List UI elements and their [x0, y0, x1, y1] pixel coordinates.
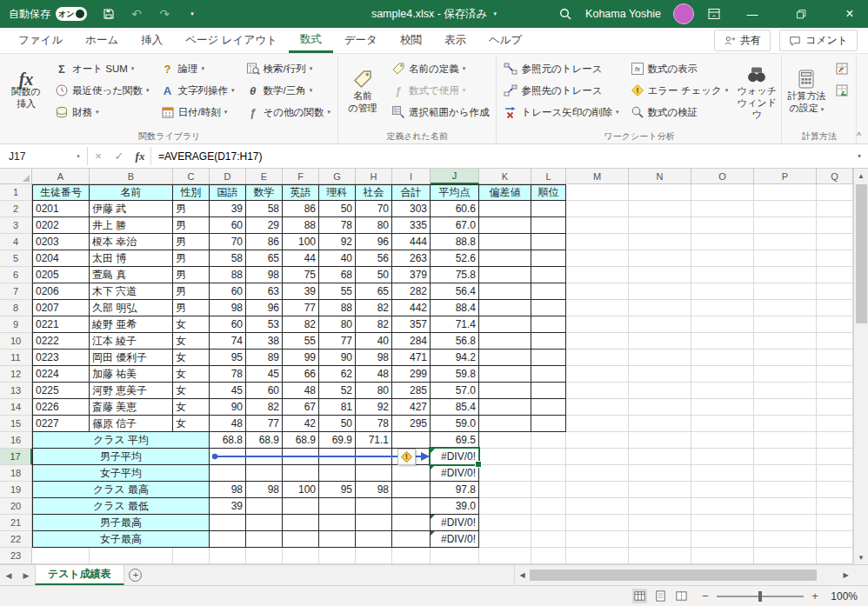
new-sheet-button[interactable]: + — [124, 565, 147, 585]
cell-J12[interactable]: 59.8 — [431, 366, 479, 383]
tab-review[interactable]: 校閲 — [389, 28, 433, 53]
cell-H18[interactable] — [356, 465, 392, 482]
cell-Q8[interactable] — [817, 300, 853, 316]
cell-D17[interactable] — [210, 449, 246, 465]
column-header-K[interactable]: K — [479, 169, 531, 184]
cell-H7[interactable]: 65 — [356, 283, 392, 300]
cell-G22[interactable] — [319, 531, 356, 548]
tab-home[interactable]: ホーム — [74, 28, 130, 53]
cell-B3[interactable]: 井上 勝 — [90, 217, 173, 234]
cell-F6[interactable]: 75 — [283, 267, 319, 283]
cell-L18[interactable] — [531, 465, 566, 482]
cell-E23[interactable] — [246, 548, 283, 564]
scroll-up-arrow[interactable]: ▲ — [854, 169, 868, 183]
cell-O7[interactable] — [691, 283, 754, 300]
cell-I4[interactable]: 444 — [392, 234, 431, 250]
cell-C3[interactable]: 男 — [173, 217, 210, 234]
column-header-J[interactable]: J — [431, 169, 479, 184]
cell-N14[interactable] — [629, 399, 691, 416]
page-break-view-button[interactable] — [674, 589, 689, 603]
cell-Q7[interactable] — [817, 283, 853, 300]
cell-P8[interactable] — [754, 300, 817, 316]
cell-Q23[interactable] — [817, 548, 853, 564]
tab-formulas[interactable]: 数式 — [289, 28, 333, 53]
row-header-12[interactable]: 12 — [0, 366, 32, 383]
cell-E11[interactable]: 89 — [246, 350, 283, 366]
cell-A17-merged[interactable]: 男子平均 — [32, 449, 210, 465]
cell-O21[interactable] — [691, 515, 754, 531]
cell-A7[interactable]: 0206 — [32, 283, 90, 300]
cell-A21-merged[interactable]: 男子最高 — [32, 515, 210, 531]
cell-H9[interactable]: 82 — [356, 316, 392, 333]
cell-P15[interactable] — [754, 416, 817, 432]
cell-L23[interactable] — [531, 548, 566, 564]
cell-A11[interactable]: 0223 — [32, 350, 90, 366]
cell-G5[interactable]: 40 — [319, 250, 356, 267]
column-header-Q[interactable]: Q — [817, 169, 853, 184]
cell-Q3[interactable] — [817, 217, 853, 234]
cell-O14[interactable] — [691, 399, 754, 416]
tab-data[interactable]: データ — [333, 28, 389, 53]
cell-C10[interactable]: 女 — [173, 333, 210, 350]
cell-D23[interactable] — [210, 548, 246, 564]
cell-G8[interactable]: 88 — [319, 300, 356, 316]
cell-G19[interactable]: 95 — [319, 482, 356, 498]
cell-K6[interactable] — [479, 267, 531, 283]
cell-L22[interactable] — [531, 531, 566, 548]
cell-H11[interactable]: 98 — [356, 350, 392, 366]
cell-I18[interactable] — [392, 465, 431, 482]
cell-N6[interactable] — [629, 267, 691, 283]
cell-B15[interactable]: 篠原 信子 — [90, 416, 173, 432]
cell-K22[interactable] — [479, 531, 531, 548]
cell-A10[interactable]: 0222 — [32, 333, 90, 350]
cell-H22[interactable] — [356, 531, 392, 548]
column-header-N[interactable]: N — [629, 169, 691, 184]
column-header-G[interactable]: G — [319, 169, 356, 184]
cell-M12[interactable] — [566, 366, 629, 383]
cell-N17[interactable] — [629, 449, 691, 465]
cell-K5[interactable] — [479, 250, 531, 267]
cell-P20[interactable] — [754, 498, 817, 515]
cell-N19[interactable] — [629, 482, 691, 498]
cell-L10[interactable] — [531, 333, 566, 350]
cell-A5[interactable]: 0204 — [32, 250, 90, 267]
zoom-slider-knob[interactable] — [758, 591, 762, 602]
cell-D11[interactable]: 95 — [210, 350, 246, 366]
calculate-sheet-button[interactable] — [831, 80, 853, 101]
calculate-now-button[interactable] — [831, 58, 853, 79]
cell-Q14[interactable] — [817, 399, 853, 416]
cell-B23[interactable] — [90, 548, 173, 564]
cell-A16-merged[interactable]: クラス 平均 — [32, 432, 210, 449]
column-header-F[interactable]: F — [283, 169, 319, 184]
cell-F16[interactable]: 68.9 — [283, 432, 319, 449]
cell-O5[interactable] — [691, 250, 754, 267]
cell-O15[interactable] — [691, 416, 754, 432]
cell-E7[interactable]: 63 — [246, 283, 283, 300]
cell-A9[interactable]: 0221 — [32, 316, 90, 333]
cell-I10[interactable]: 284 — [392, 333, 431, 350]
cell-H23[interactable] — [356, 548, 392, 564]
cell-Q5[interactable] — [817, 250, 853, 267]
cell-I21[interactable] — [392, 515, 431, 531]
cell-L17[interactable] — [531, 449, 566, 465]
cell-H6[interactable]: 50 — [356, 267, 392, 283]
cell-J4[interactable]: 88.8 — [431, 234, 479, 250]
cell-K21[interactable] — [479, 515, 531, 531]
cell-D1[interactable]: 国語 — [210, 184, 246, 201]
cell-A2[interactable]: 0201 — [32, 201, 90, 217]
cell-G7[interactable]: 55 — [319, 283, 356, 300]
cell-K20[interactable] — [479, 498, 531, 515]
cell-F1[interactable]: 英語 — [283, 184, 319, 201]
cell-F19[interactable]: 100 — [283, 482, 319, 498]
cell-B9[interactable]: 綾野 亜希 — [90, 316, 173, 333]
cell-M5[interactable] — [566, 250, 629, 267]
cell-L5[interactable] — [531, 250, 566, 267]
cell-N1[interactable] — [629, 184, 691, 201]
cell-G1[interactable]: 理科 — [319, 184, 356, 201]
cell-M1[interactable] — [566, 184, 629, 201]
cell-L13[interactable] — [531, 383, 566, 399]
row-header-6[interactable]: 6 — [0, 267, 32, 283]
cell-F10[interactable]: 55 — [283, 333, 319, 350]
column-header-I[interactable]: I — [392, 169, 431, 184]
cell-L3[interactable] — [531, 217, 566, 234]
